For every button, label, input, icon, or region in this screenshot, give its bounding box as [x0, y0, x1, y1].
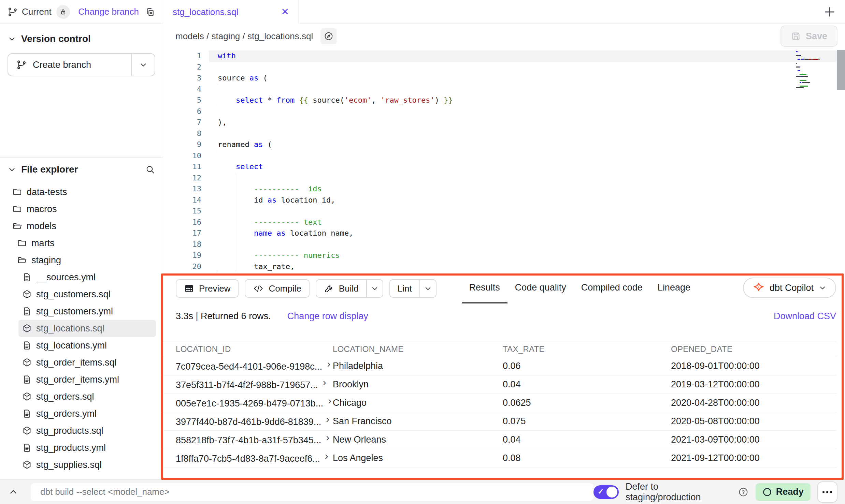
code-editor[interactable]: 1234567891011121314151617181920 withsour… [163, 48, 845, 273]
code-line-16[interactable]: ---------- text [209, 217, 845, 228]
file-label: stg_order_items.yml [36, 374, 119, 385]
dbt-copilot-button[interactable]: dbt Copilot [743, 278, 836, 298]
tab-stg-locations[interactable]: stg_locations.sql ✕ [163, 0, 299, 24]
file-tree-item-stg-customers-sql[interactable]: stg_customers.sql [0, 286, 163, 303]
code-line-5[interactable]: select * from {{ source('ecom', 'raw_sto… [209, 95, 845, 106]
code-line-3[interactable]: source as ( [209, 73, 845, 84]
download-csv-link[interactable]: Download CSV [774, 311, 836, 322]
expand-row-chevron-icon[interactable]: › [325, 450, 328, 462]
file-label: stg_products.sql [36, 426, 103, 436]
code-line-20[interactable]: tax_rate, [209, 261, 845, 272]
table-row[interactable]: 7c079cea-5ed4-4101-906e-9198c...›Philade… [163, 357, 837, 375]
panel-tab-lineage[interactable]: Lineage [650, 273, 698, 303]
code-line-1[interactable]: with [209, 50, 845, 62]
command-input[interactable]: dbt build --select <model_name> [31, 483, 593, 501]
table-row[interactable]: 005e7e1c-1935-4269-b479-0713b...›Chicago… [163, 394, 837, 412]
lineage-compass-icon[interactable] [320, 28, 337, 44]
create-branch-main[interactable]: Create branch [8, 54, 131, 76]
search-icon[interactable] [145, 164, 155, 175]
editor-scrollbar[interactable] [837, 50, 845, 90]
file-tree-item-marts[interactable]: marts [0, 235, 163, 252]
file-tree: data-testsmacrosmodelsmartsstaging__sour… [0, 181, 163, 479]
save-button[interactable]: Save [780, 26, 837, 47]
code-line-18[interactable] [209, 239, 845, 250]
code-line-11[interactable]: select [209, 161, 845, 173]
chevron-up-icon[interactable] [8, 487, 18, 497]
panel-tab-code-quality[interactable]: Code quality [507, 273, 574, 303]
panel-toolbar: Preview Compile Build [163, 273, 845, 303]
version-control-header[interactable]: Version control [0, 33, 163, 44]
code-line-6[interactable] [209, 106, 845, 117]
file-tree-item-data-tests[interactable]: data-tests [0, 183, 163, 201]
build-button[interactable]: Build [316, 279, 383, 298]
branch-bar: Current Change branch [0, 0, 163, 24]
code-area[interactable]: withsource as ( select * from {{ source(… [209, 50, 845, 273]
file-label: stg_order_items.sql [36, 357, 117, 368]
change-row-display-link[interactable]: Change row display [287, 311, 368, 322]
panel-tab-results[interactable]: Results [462, 273, 507, 303]
code-line-10[interactable] [209, 150, 845, 162]
lint-button[interactable]: Lint [389, 279, 436, 298]
panel-tab-compiled-code[interactable]: Compiled code [574, 273, 650, 303]
code-line-13[interactable]: ---------- ids [209, 183, 845, 195]
file-explorer-header[interactable]: File explorer [0, 158, 163, 181]
code-line-19[interactable]: ---------- numerics [209, 250, 845, 261]
file-tree-item-stg-order-items-yml[interactable]: stg_order_items.yml [0, 371, 163, 388]
code-line-14[interactable]: id as location_id, [209, 195, 845, 206]
code-line-9[interactable]: renamed as ( [209, 139, 845, 150]
table-row[interactable]: 858218fb-73f7-4b1b-a31f-57b345...›New Or… [163, 431, 837, 449]
ide-status-badge[interactable]: Ready [756, 483, 811, 501]
file-tree-item-stg-products-yml[interactable]: stg_products.yml [0, 439, 163, 456]
code-line-4[interactable] [209, 84, 845, 95]
more-options-button[interactable] [817, 481, 837, 503]
copy-icon[interactable] [145, 7, 155, 17]
file-tree-item-stg-customers-yml[interactable]: stg_customers.yml [0, 303, 163, 320]
results-table: LOCATION_IDLOCATION_NAMETAX_RATEOPENED_D… [163, 341, 837, 468]
create-branch-dropdown[interactable] [132, 54, 155, 76]
table-row[interactable]: 3977f440-b87d-461b-9dd6-81839...›San Fra… [163, 412, 837, 431]
file-tree-item-stg-products-sql[interactable]: stg_products.sql [0, 422, 163, 439]
code-line-12[interactable] [209, 173, 845, 184]
file-tree-item-stg-locations-sql[interactable]: stg_locations.sql [18, 320, 156, 337]
indent-guide [218, 150, 218, 162]
code-line-8[interactable] [209, 128, 845, 139]
compile-button[interactable]: Compile [245, 279, 309, 298]
file-tree-item-staging[interactable]: staging [0, 252, 163, 269]
cell-location-id: 37e5f311-b7f4-4f2f-988b-719657...› [163, 375, 333, 394]
code-line-17[interactable]: name as location_name, [209, 228, 845, 239]
preview-label: Preview [199, 283, 230, 294]
code-line-2[interactable] [209, 62, 845, 73]
chevron-down-icon [8, 34, 16, 43]
cell: 2018-09-01T00:00:00 [671, 357, 837, 375]
expand-row-chevron-icon[interactable]: › [326, 432, 329, 443]
file-tree-item-stg-supplies-sql[interactable]: stg_supplies.sql [0, 456, 163, 473]
file-tree-item-models[interactable]: models [0, 218, 163, 235]
help-icon[interactable]: ? [738, 487, 749, 498]
table-row[interactable]: 37e5f311-b7f4-4f2f-988b-719657...›Brookl… [163, 375, 837, 394]
expand-row-chevron-icon[interactable]: › [323, 376, 326, 388]
code-line-7[interactable]: ), [209, 117, 845, 128]
change-branch-link[interactable]: Change branch [78, 6, 139, 17]
new-tab-button[interactable] [822, 5, 837, 19]
file-tree-item-macros[interactable]: macros [0, 201, 163, 218]
expand-row-chevron-icon[interactable]: › [328, 395, 331, 406]
file-tree-item-stg-orders-yml[interactable]: stg_orders.yml [0, 405, 163, 422]
close-icon[interactable]: ✕ [281, 7, 289, 17]
code-line-15[interactable] [209, 206, 845, 217]
build-dropdown[interactable] [367, 280, 383, 297]
line-number: 2 [163, 62, 201, 73]
create-branch-button[interactable]: Create branch [8, 53, 155, 76]
main-row: Current Change branch Version control [0, 0, 845, 479]
lint-dropdown[interactable] [420, 280, 436, 297]
file-tree-item-stg-orders-sql[interactable]: stg_orders.sql [0, 388, 163, 405]
preview-button[interactable]: Preview [176, 279, 239, 298]
expand-row-chevron-icon[interactable]: › [327, 358, 330, 370]
file-tree-item-stg-locations-yml[interactable]: stg_locations.yml [0, 337, 163, 354]
file-tree-item--sources-yml[interactable]: __sources.yml [0, 269, 163, 286]
lint-label: Lint [398, 283, 412, 294]
defer-toggle[interactable]: ✓ [593, 485, 619, 499]
expand-row-chevron-icon[interactable]: › [326, 413, 329, 425]
file-tree-item-stg-order-items-sql[interactable]: stg_order_items.sql [0, 354, 163, 371]
table-row[interactable]: 1f8ffa70-7cb5-4d83-8a7f-9aceef6...›Los A… [163, 449, 837, 468]
minimap[interactable] [796, 51, 835, 89]
